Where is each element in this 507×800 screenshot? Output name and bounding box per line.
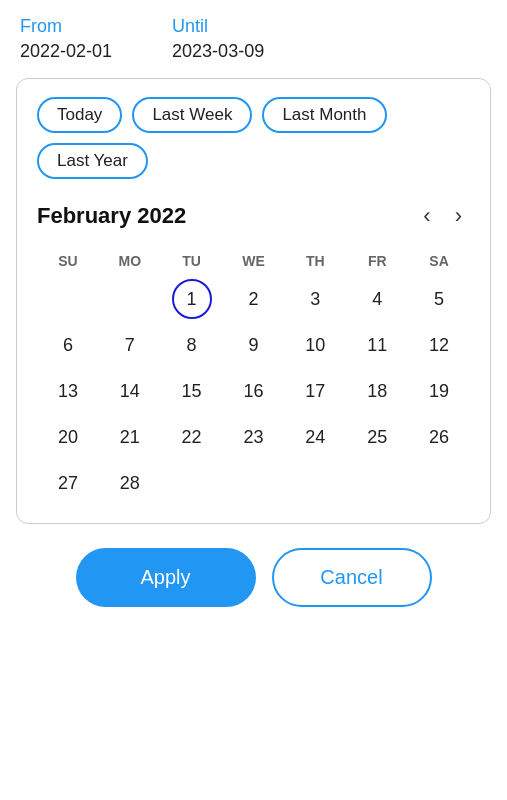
action-buttons: Apply Cancel bbox=[0, 532, 507, 623]
table-row[interactable]: 4 bbox=[357, 279, 397, 319]
table-row[interactable]: 7 bbox=[110, 325, 150, 365]
table-row[interactable]: 23 bbox=[233, 417, 273, 457]
table-row[interactable]: 5 bbox=[419, 279, 459, 319]
table-row[interactable]: 22 bbox=[172, 417, 212, 457]
table-row[interactable]: 27 bbox=[48, 463, 88, 503]
filter-last-month[interactable]: Last Month bbox=[262, 97, 386, 133]
table-row[interactable]: 24 bbox=[295, 417, 335, 457]
next-month-button[interactable]: › bbox=[447, 201, 470, 231]
table-row bbox=[172, 463, 212, 503]
from-field: From 2022-02-01 bbox=[20, 16, 112, 62]
table-row[interactable]: 18 bbox=[357, 371, 397, 411]
cancel-button[interactable]: Cancel bbox=[272, 548, 432, 607]
table-row[interactable]: 15 bbox=[172, 371, 212, 411]
table-row bbox=[48, 279, 88, 319]
table-row[interactable]: 20 bbox=[48, 417, 88, 457]
table-row[interactable]: 21 bbox=[110, 417, 150, 457]
table-row bbox=[357, 463, 397, 503]
table-row[interactable]: 1 bbox=[172, 279, 212, 319]
table-row[interactable]: 14 bbox=[110, 371, 150, 411]
calendar-container: Today Last Week Last Month Last Year Feb… bbox=[16, 78, 491, 524]
table-row[interactable]: 19 bbox=[419, 371, 459, 411]
table-row bbox=[110, 279, 150, 319]
calendar-grid: SU MO TU WE TH FR SA 1234567891011121314… bbox=[37, 249, 470, 503]
calendar-month-title: February 2022 bbox=[37, 203, 186, 229]
table-row[interactable]: 2 bbox=[233, 279, 273, 319]
table-row bbox=[419, 463, 459, 503]
filter-today[interactable]: Today bbox=[37, 97, 122, 133]
until-value: 2023-03-09 bbox=[172, 41, 264, 62]
table-row[interactable]: 10 bbox=[295, 325, 335, 365]
table-row[interactable]: 16 bbox=[233, 371, 273, 411]
table-row[interactable]: 28 bbox=[110, 463, 150, 503]
day-header-fr: FR bbox=[346, 249, 408, 273]
filter-last-week[interactable]: Last Week bbox=[132, 97, 252, 133]
quick-filters: Today Last Week Last Month Last Year bbox=[37, 97, 470, 179]
until-label: Until bbox=[172, 16, 264, 37]
day-header-sa: SA bbox=[408, 249, 470, 273]
table-row[interactable]: 13 bbox=[48, 371, 88, 411]
day-header-th: TH bbox=[284, 249, 346, 273]
day-header-we: WE bbox=[223, 249, 285, 273]
calendar-header: February 2022 ‹ › bbox=[37, 201, 470, 231]
day-headers: SU MO TU WE TH FR SA bbox=[37, 249, 470, 273]
table-row[interactable]: 3 bbox=[295, 279, 335, 319]
table-row bbox=[295, 463, 335, 503]
until-field: Until 2023-03-09 bbox=[172, 16, 264, 62]
day-header-tu: TU bbox=[161, 249, 223, 273]
apply-button[interactable]: Apply bbox=[76, 548, 256, 607]
date-range-header: From 2022-02-01 Until 2023-03-09 bbox=[0, 0, 507, 70]
calendar-days: 1234567891011121314151617181920212223242… bbox=[37, 279, 470, 503]
prev-month-button[interactable]: ‹ bbox=[415, 201, 438, 231]
day-header-su: SU bbox=[37, 249, 99, 273]
table-row[interactable]: 12 bbox=[419, 325, 459, 365]
table-row[interactable]: 17 bbox=[295, 371, 335, 411]
filter-last-year[interactable]: Last Year bbox=[37, 143, 148, 179]
from-label: From bbox=[20, 16, 112, 37]
from-value: 2022-02-01 bbox=[20, 41, 112, 62]
table-row[interactable]: 9 bbox=[233, 325, 273, 365]
table-row[interactable]: 8 bbox=[172, 325, 212, 365]
day-header-mo: MO bbox=[99, 249, 161, 273]
table-row bbox=[233, 463, 273, 503]
table-row[interactable]: 6 bbox=[48, 325, 88, 365]
table-row[interactable]: 26 bbox=[419, 417, 459, 457]
calendar-nav: ‹ › bbox=[415, 201, 470, 231]
table-row[interactable]: 11 bbox=[357, 325, 397, 365]
table-row[interactable]: 25 bbox=[357, 417, 397, 457]
